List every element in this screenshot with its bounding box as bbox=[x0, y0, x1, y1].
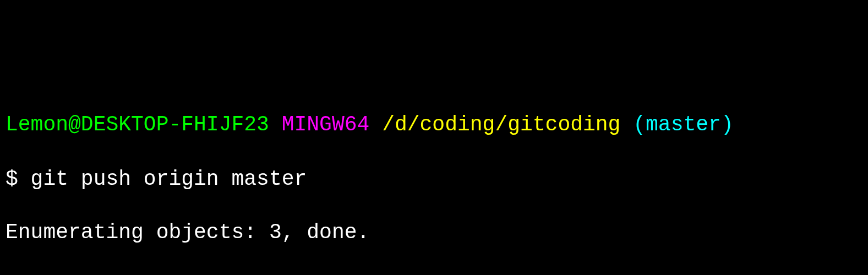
command-symbol: $ bbox=[6, 167, 31, 191]
prompt-line: Lemon@DESKTOP-FHIJF23 MINGW64 /d/coding/… bbox=[6, 112, 862, 139]
prompt-user-host: Lemon@DESKTOP-FHIJF23 bbox=[6, 113, 269, 136]
command-line[interactable]: $ git push origin master bbox=[6, 166, 862, 193]
output-line-counting: Counting objects: 100% (3/3), done. bbox=[6, 273, 862, 275]
output-line-enumerate: Enumerating objects: 3, done. bbox=[6, 219, 862, 246]
prompt-separator bbox=[269, 113, 282, 136]
prompt-separator3 bbox=[620, 113, 633, 136]
command-text: git push origin master bbox=[31, 167, 307, 191]
prompt-shell: MINGW64 bbox=[282, 113, 370, 136]
prompt-path: /d/coding/gitcoding bbox=[382, 113, 620, 136]
prompt-separator2 bbox=[369, 113, 382, 136]
prompt-branch: (master) bbox=[633, 113, 733, 136]
